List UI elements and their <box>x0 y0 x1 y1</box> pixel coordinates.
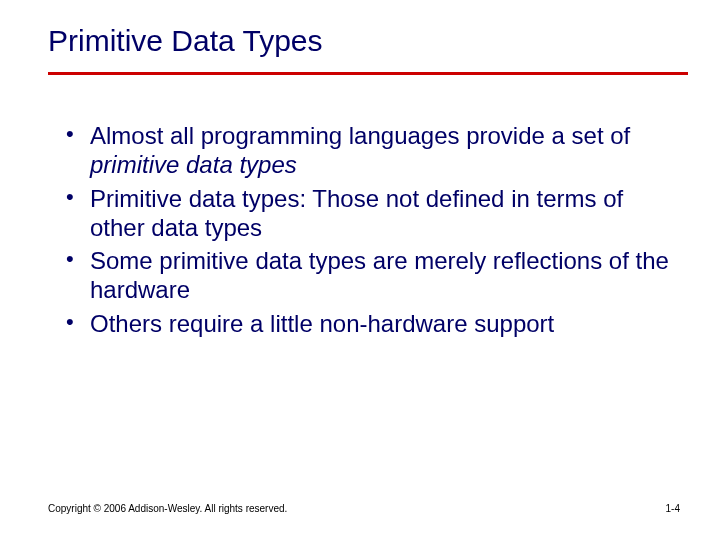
bullet-item: Primitive data types: Those not defined … <box>62 184 670 243</box>
bullet-text-pre: Others require a little non-hardware sup… <box>90 310 554 337</box>
footer: Copyright © 2006 Addison-Wesley. All rig… <box>48 503 680 514</box>
bullet-item: Almost all programming languages provide… <box>62 121 670 180</box>
bullet-text-em: primitive data types <box>90 151 297 178</box>
slide-title: Primitive Data Types <box>48 24 680 72</box>
bullet-item: Others require a little non-hardware sup… <box>62 309 670 338</box>
copyright-text: Copyright © 2006 Addison-Wesley. All rig… <box>48 503 287 514</box>
bullet-list: Almost all programming languages provide… <box>62 121 670 338</box>
slide: Primitive Data Types Almost all programm… <box>0 0 720 540</box>
page-number: 1-4 <box>666 503 680 514</box>
bullet-item: Some primitive data types are merely ref… <box>62 246 670 305</box>
bullet-text-pre: Some primitive data types are merely ref… <box>90 247 669 303</box>
slide-content: Almost all programming languages provide… <box>48 75 680 338</box>
bullet-text-pre: Primitive data types: Those not defined … <box>90 185 623 241</box>
bullet-text-pre: Almost all programming languages provide… <box>90 122 630 149</box>
